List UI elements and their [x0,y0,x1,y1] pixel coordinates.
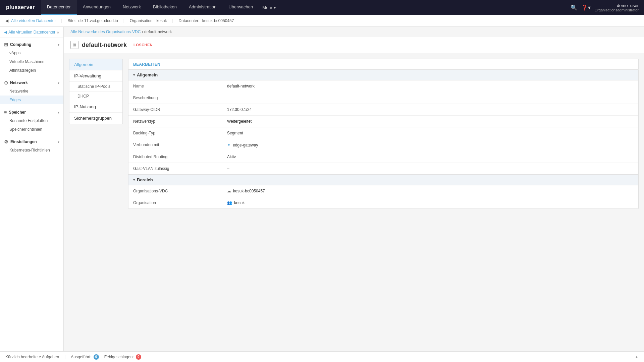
label-name: Name [128,80,222,92]
brand-logo: plusserver [0,4,41,10]
computing-chevron-icon: ▾ [58,43,59,47]
search-icon[interactable]: 🔍 [571,4,577,11]
left-nav-dhcp[interactable]: DHCP [69,92,122,101]
allgemein-section-header[interactable]: ▾ Allgemein [128,70,638,80]
org-icon: 👥 [227,200,232,205]
einstellungen-label: Einstellungen [10,139,37,144]
dc-label: Datacenter: [179,18,200,23]
org-label: Organisation: [130,18,154,23]
left-nav-statische-ip-pools[interactable]: Statische IP-Pools [69,82,122,92]
bereich-chevron-icon: ▾ [133,178,135,182]
footer-failed: Fehlgeschlagen: 0 [104,354,141,360]
top-navigation: plusserver Datencenter Anwendungen Netzw… [0,0,644,15]
sidebar-item-festplatten[interactable]: Benannte Festplatten [0,116,63,125]
sidebar-item-affinitaetsregeln[interactable]: Affinitätsregeln [0,66,63,75]
sidebar-section-speicher: ≡ Speicher ▾ Benannte Festplatten Speich… [0,106,63,135]
label-distributed-routing: Distributed Routing [128,151,222,163]
storage-icon: ≡ [4,110,7,115]
sidebar: ◀ Alle virtuellen Datencenter « ⊞ Comput… [0,27,64,351]
label-gast-vlan: Gast-VLAN zulässig [128,163,222,174]
nav-more[interactable]: Mehr ▾ [259,0,279,15]
page-breadcrumb-current: default-network [144,29,172,34]
label-verbunden-mit: Verbunden mit [128,139,222,151]
sidebar-item-kubernetes[interactable]: Kubernetes-Richtlinien [0,146,63,155]
nav-netzwerk[interactable]: Netzwerk [117,0,147,15]
org-value: kesuk [156,18,167,23]
value-backing-typ: Segment [222,127,638,139]
nav-right-section: 🔍 ❓▾ demo_user Organisationsadministrato… [571,3,644,12]
netzwerk-label: Netzwerk [10,80,28,85]
speicher-label: Speicher [9,110,26,115]
left-nav-allgemein[interactable]: Allgemein [69,59,122,70]
edit-button[interactable]: BEARBEITEN [133,62,160,67]
help-icon[interactable]: ❓▾ [581,4,591,11]
bereich-section-header[interactable]: ▾ Bereich [128,175,638,185]
nav-anwendungen[interactable]: Anwendungen [77,0,117,15]
user-info[interactable]: demo_user Organisationsadministrator [595,3,639,12]
allgemein-section: ▾ Allgemein Name default-network Beschre… [128,70,639,175]
sidebar-item-netzwerke[interactable]: Netzwerke [0,87,63,96]
einstellungen-chevron-icon: ▾ [58,140,59,144]
nav-administration[interactable]: Administration [183,0,222,15]
back-to-all-dc-link[interactable]: Alle virtuellen Datacenter [11,18,56,23]
right-panel: BEARBEITEN ▾ Allgemein Name default-netw… [128,59,639,209]
speicher-chevron-icon: ▾ [58,111,59,114]
sidebar-collapse-button[interactable]: « [57,29,59,35]
bereich-section: ▾ Bereich Organisations-VDC ☁ kesuk-bc00… [128,175,639,209]
value-name: default-network [222,80,638,92]
sidebar-section-speicher-header[interactable]: ≡ Speicher ▾ [0,107,63,116]
sidebar-item-virtuelle-maschinen[interactable]: Virtuelle Maschinen [0,57,63,66]
sidebar-section-einstellungen-header[interactable]: ⚙ Einstellungen ▾ [0,136,63,146]
left-nav-sicherheitsgruppen[interactable]: Sicherheitsgruppen [69,113,122,124]
nav-uberwachen[interactable]: Überwachen [222,0,259,15]
value-netzwerktyp: Weitergeleitet [222,116,638,127]
left-panel-nav: Allgemein IP-Verwaltung Statische IP-Poo… [69,59,123,124]
sidebar-item-vapps[interactable]: vApps [0,49,63,57]
sidebar-section-einstellungen: ⚙ Einstellungen ▾ Kubernetes-Richtlinien [0,135,63,156]
cloud-icon: ☁ [227,189,231,193]
page-title-area: ⊞ default-network [70,41,127,49]
label-backing-typ: Backing-Typ [128,127,222,139]
computing-label: Computing [10,42,31,47]
footer-expand-button[interactable]: ▲ [635,355,639,359]
delete-button[interactable]: LÖSCHEN [131,42,155,48]
footer-recently-label: Kürzlich bearbeitete Aufgaben [5,355,59,359]
label-organisations-vdc: Organisations-VDC [128,185,222,197]
failed-badge: 0 [136,354,141,360]
site-value: de-11.vcd.get-cloud.io [78,18,118,23]
value-organisation: 👥 kesuk [222,197,638,208]
value-verbunden-mit: ✦ edge-gateway [222,139,638,151]
back-icon: ◀ [4,30,7,35]
left-nav-ip-nutzung[interactable]: IP-Nutzung [69,101,122,113]
footer: Kürzlich bearbeitete Aufgaben | Ausgefüh… [0,351,644,362]
page-title: default-network [82,42,127,49]
value-beschreibung: – [222,92,638,104]
network-icon: ⊙ [4,80,8,85]
content-area: Alle Netzwerke des Organisations-VDC › d… [64,27,644,351]
dc-value: kesuk-bc0050457 [202,18,234,23]
user-role: Organisationsadministrator [595,8,639,12]
edit-bar: BEARBEITEN [128,59,639,70]
nav-bibliotheken[interactable]: Bibliotheken [147,0,183,15]
row-organisations-vdc: Organisations-VDC ☁ kesuk-bc0050457 [128,185,638,197]
page-breadcrumb: Alle Netzwerke des Organisations-VDC › d… [64,27,644,37]
sidebar-section-computing: ⊞ Computing ▾ vApps Virtuelle Maschinen … [0,38,63,76]
row-distributed-routing: Distributed Routing Aktiv [128,151,638,163]
netzwerk-chevron-icon: ▾ [58,81,59,85]
label-organisation: Organisation [128,197,222,208]
nav-datencenter[interactable]: Datencenter [41,0,77,15]
nav-menu: Datencenter Anwendungen Netzwerk Bibliot… [41,0,571,15]
sidebar-item-speicherrichtlinien[interactable]: Speicherrichtlinien [0,125,63,134]
value-gateway-cidr: 172.30.0.1/24 [222,104,638,115]
top-breadcrumb-bar: ◀ Alle virtuellen Datacenter | Site: de-… [0,15,644,27]
left-nav-ip-verwaltung[interactable]: IP-Verwaltung [69,70,122,82]
sidebar-section-netzwerk-header[interactable]: ⊙ Netzwerk ▾ [0,77,63,87]
executed-badge: 0 [94,354,99,360]
sidebar-section-computing-header[interactable]: ⊞ Computing ▾ [0,39,63,49]
row-name: Name default-network [128,80,638,92]
sidebar-item-edges[interactable]: Edges [0,96,63,104]
sidebar-back-link[interactable]: ◀ Alle virtuellen Datencenter [4,30,55,35]
value-gast-vlan: – [222,163,638,174]
bereich-title: Bereich [137,177,153,182]
page-breadcrumb-link[interactable]: Alle Netzwerke des Organisations-VDC [70,29,141,34]
